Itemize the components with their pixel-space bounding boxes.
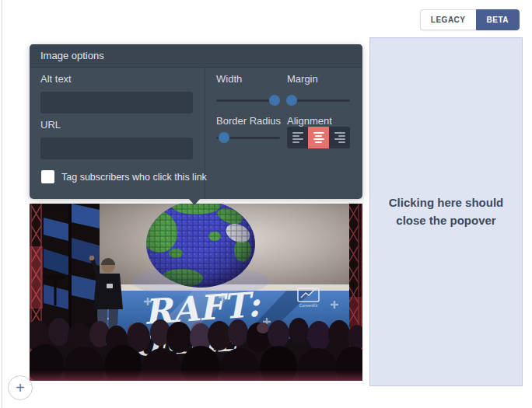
tag-subscribers-checkbox-row[interactable]: Tag subscribers who click this link [41,170,207,183]
image-options-popover: Image options Alt text URL Tag subscribe… [30,44,362,199]
border-radius-label: Border Radius [216,115,281,127]
beta-toggle-button[interactable]: BETA [476,9,520,30]
url-input[interactable] [40,138,193,159]
margin-slider[interactable] [287,95,350,106]
alt-text-label: Alt text [40,73,72,85]
width-slider-thumb[interactable] [269,95,280,106]
border-radius-slider[interactable] [216,132,280,143]
align-right-icon [334,132,345,143]
popover-close-target-panel[interactable]: Clicking here should close the popover [369,37,523,386]
alignment-button-group [287,127,350,148]
margin-label: Margin [287,73,318,85]
align-left-button[interactable] [287,127,308,148]
email-image-block[interactable]: RAFT: OMME ConvertKit [30,204,362,381]
alignment-label: Alignment [287,115,332,127]
align-left-icon [292,132,303,143]
svg-text:ConvertKit: ConvertKit [299,303,318,308]
width-label: Width [216,73,242,85]
alt-text-input[interactable] [40,92,193,113]
align-center-button[interactable] [308,127,329,148]
margin-slider-thumb[interactable] [286,95,297,106]
align-right-button[interactable] [329,127,350,148]
canvas-left-border [2,0,2,408]
align-center-icon [313,132,324,143]
tag-subscribers-label: Tag subscribers who click this link [61,172,207,183]
popover-caret [188,198,201,205]
popover-title: Image options [30,44,362,68]
add-block-button[interactable]: + [8,375,33,400]
tag-subscribers-checkbox[interactable] [41,170,54,183]
width-slider[interactable] [216,95,280,106]
conference-stage-photo: RAFT: OMME ConvertKit [30,204,362,381]
legacy-toggle-button[interactable]: LEGACY [420,9,476,30]
email-editor-canvas: LEGACY BETA Clicking here should close t… [0,0,532,408]
editor-version-toggle: LEGACY BETA [420,9,520,30]
border-radius-slider-thumb[interactable] [219,132,229,143]
side-panel-message: Clicking here should close the popover [386,194,506,229]
url-label: URL [40,119,61,131]
